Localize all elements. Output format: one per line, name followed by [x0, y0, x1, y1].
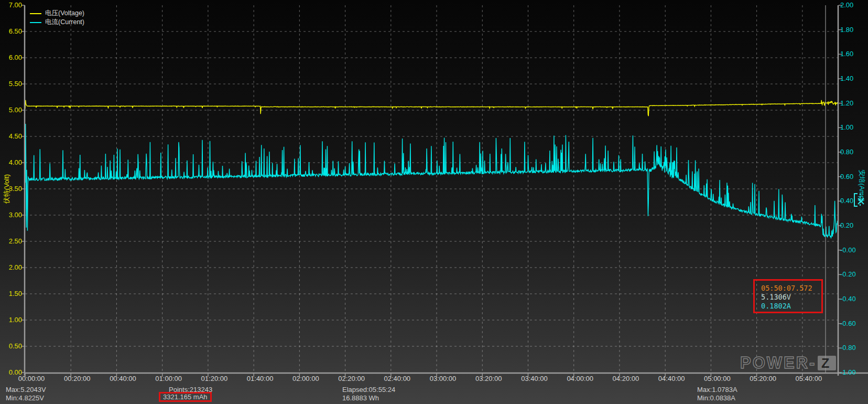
- x-tick-label: 03:20:00: [468, 375, 509, 382]
- legend-item-voltage[interactable]: 电压(Voltage): [30, 9, 84, 18]
- power-z-logo: POWER- Z: [739, 352, 844, 374]
- status-current-max: Max:1.0783A: [697, 386, 737, 394]
- y-left-tick-label: 0.50: [0, 342, 22, 350]
- x-tick-label: 02:00:00: [285, 375, 327, 382]
- status-energy: 16.8883 Wh: [342, 394, 379, 402]
- y-right-tick-label: 1.40: [840, 75, 867, 83]
- power-z-logo-text: POWER-: [740, 354, 816, 372]
- y-right-tick-label: 0.80: [840, 148, 867, 156]
- status-capacity: 3321.165 mAh: [163, 393, 208, 401]
- cursor-tooltip: 05:50:07.572 5.1306V 0.1802A: [753, 279, 823, 313]
- y-right-tick-label: 1.60: [840, 50, 867, 58]
- x-tick-label: 01:20:00: [193, 375, 235, 382]
- y-left-tick-label: 6.00: [0, 54, 22, 62]
- crosshair-cursor-icon: [852, 192, 867, 208]
- status-voltage-min: Min:4.8225V: [6, 394, 44, 402]
- y-left-tick-label: 5.00: [0, 106, 22, 114]
- tooltip-current: 0.1802A: [761, 302, 821, 311]
- y-right-tick-label: 2.00: [840, 1, 867, 9]
- x-tick-label: 05:40:00: [788, 375, 830, 382]
- x-tick-label: 01:40:00: [239, 375, 281, 382]
- y-right-tick-label: -0.40: [840, 295, 867, 303]
- legend-item-current[interactable]: 电流(Current): [30, 18, 84, 27]
- capacity-highlight-box: 3321.165 mAh: [159, 392, 212, 402]
- chart-legend: 电压(Voltage) 电流(Current): [30, 9, 84, 27]
- y-left-tick-label: 2.00: [0, 263, 22, 272]
- series-traces: [25, 100, 838, 238]
- y-right-tick-label: -0.80: [840, 344, 867, 352]
- y-left-tick-label: 3.50: [0, 185, 22, 193]
- y-right-tick-label: -0.00: [840, 246, 867, 254]
- y-right-tick-label: 1.80: [840, 26, 867, 34]
- y-right-tick-label: -1.00: [840, 368, 867, 377]
- grid-lines: [25, 5, 838, 373]
- x-tick-label: 03:40:00: [513, 375, 555, 382]
- status-current-min: Min:0.0838A: [697, 394, 735, 402]
- x-tick-label: 05:20:00: [742, 375, 784, 382]
- x-tick-label: 02:40:00: [376, 375, 418, 382]
- x-tick-label: 00:40:00: [102, 375, 144, 382]
- current-line-swatch: [30, 22, 41, 23]
- y-left-tick-label: 2.50: [0, 237, 22, 246]
- x-tick-label: 04:40:00: [650, 375, 692, 382]
- y-left-tick-label: 3.00: [0, 211, 22, 219]
- status-elapsed: Elapsed:05:55:24: [342, 386, 395, 394]
- status-voltage-max: Max:5.2043V: [6, 386, 46, 394]
- x-tick-label: 05:00:00: [696, 375, 738, 382]
- y-left-tick-label: 4.00: [0, 158, 22, 167]
- legend-label-voltage: 电压(Voltage): [45, 9, 84, 18]
- power-z-logo-z: Z: [821, 356, 829, 370]
- y-right-tick-label: 1.20: [840, 99, 867, 108]
- x-tick-label: 00:20:00: [56, 375, 98, 382]
- chart-canvas[interactable]: [0, 0, 868, 404]
- y-right-tick-label: 0.20: [840, 221, 867, 230]
- tooltip-time: 05:50:07.572: [761, 284, 821, 293]
- y-right-tick-label: 1.00: [840, 123, 867, 132]
- y-right-tick-label: -0.20: [840, 270, 867, 279]
- power-z-chart-window: 电压(Voltage) 电流(Current) 伏特(Volt) 安培(Amp)…: [0, 0, 868, 404]
- y-left-tick-label: 1.50: [0, 290, 22, 298]
- y-left-tick-label: 7.00: [0, 1, 22, 9]
- y-left-tick-label: 4.50: [0, 132, 22, 141]
- voltage-line-swatch: [30, 13, 41, 14]
- axes: [21, 5, 868, 377]
- series-current: [25, 124, 838, 238]
- y-left-tick-label: 5.50: [0, 80, 22, 88]
- y-right-tick-label: 0.60: [840, 173, 867, 181]
- series-voltage: [25, 100, 838, 116]
- x-tick-label: 04:00:00: [559, 375, 601, 382]
- tooltip-voltage: 5.1306V: [761, 293, 821, 302]
- x-tick-label: 01:00:00: [148, 375, 190, 382]
- y-left-tick-label: 6.50: [0, 27, 22, 36]
- x-tick-label: 03:00:00: [422, 375, 464, 382]
- y-right-tick-label: -0.60: [840, 320, 867, 328]
- legend-label-current: 电流(Current): [45, 18, 84, 27]
- x-tick-label: 02:20:00: [331, 375, 373, 382]
- x-tick-label: 04:20:00: [605, 375, 647, 382]
- status-bar: Max:5.2043V Min:4.8225V Points:213243 33…: [0, 383, 868, 404]
- y-left-tick-label: 1.00: [0, 316, 22, 324]
- x-tick-label: 00:00:00: [10, 375, 52, 382]
